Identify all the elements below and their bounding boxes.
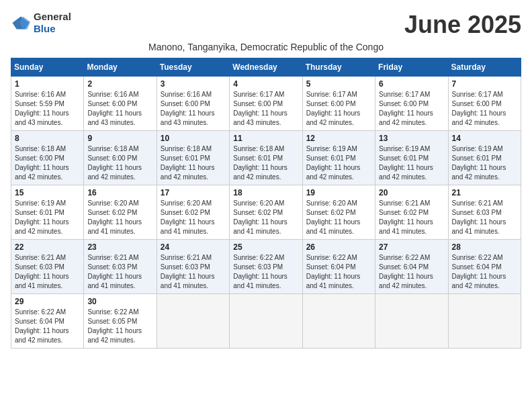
day-number: 23	[87, 242, 152, 252]
calendar-cell: 8Sunrise: 6:18 AMSunset: 6:00 PMDaylight…	[11, 131, 84, 185]
calendar-subtitle: Manono, Tanganyika, Democratic Republic …	[11, 42, 521, 52]
day-number: 16	[87, 188, 152, 197]
weekday-header-wednesday: Wednesday	[230, 58, 302, 77]
day-info: Sunrise: 6:18 AMSunset: 6:01 PMDaylight:…	[233, 144, 298, 182]
day-number: 18	[233, 188, 298, 197]
day-number: 28	[452, 242, 517, 252]
day-info: Sunrise: 6:18 AMSunset: 6:00 PMDaylight:…	[87, 144, 152, 182]
day-info: Sunrise: 6:18 AMSunset: 6:01 PMDaylight:…	[161, 144, 226, 182]
day-info: Sunrise: 6:21 AMSunset: 6:03 PMDaylight:…	[15, 253, 80, 291]
day-info: Sunrise: 6:16 AMSunset: 6:00 PMDaylight:…	[161, 90, 226, 128]
day-number: 3	[161, 79, 226, 89]
day-number: 7	[452, 79, 517, 89]
weekday-header-sunday: Sunday	[11, 58, 84, 77]
calendar-cell: 29Sunrise: 6:22 AMSunset: 6:04 PMDayligh…	[11, 294, 84, 349]
day-number: 29	[15, 297, 80, 306]
calendar-cell	[302, 294, 375, 349]
calendar-cell: 3Sunrise: 6:16 AMSunset: 6:00 PMDaylight…	[157, 77, 229, 131]
calendar-cell: 27Sunrise: 6:22 AMSunset: 6:04 PMDayligh…	[375, 240, 448, 294]
calendar-week-row: 1Sunrise: 6:16 AMSunset: 5:59 PMDaylight…	[11, 77, 521, 131]
calendar-week-row: 8Sunrise: 6:18 AMSunset: 6:00 PMDaylight…	[11, 131, 521, 185]
day-number: 9	[87, 134, 152, 143]
day-info: Sunrise: 6:19 AMSunset: 6:01 PMDaylight:…	[15, 199, 80, 236]
weekday-header-monday: Monday	[84, 58, 157, 77]
day-info: Sunrise: 6:20 AMSunset: 6:02 PMDaylight:…	[306, 199, 371, 236]
calendar-table: SundayMondayTuesdayWednesdayThursdayFrid…	[11, 58, 521, 349]
day-number: 4	[233, 79, 298, 89]
day-info: Sunrise: 6:19 AMSunset: 6:01 PMDaylight:…	[379, 144, 444, 182]
day-info: Sunrise: 6:20 AMSunset: 6:02 PMDaylight:…	[161, 199, 226, 236]
day-number: 24	[161, 242, 226, 252]
calendar-cell: 18Sunrise: 6:20 AMSunset: 6:02 PMDayligh…	[230, 185, 302, 240]
day-number: 11	[233, 134, 298, 143]
day-info: Sunrise: 6:19 AMSunset: 6:01 PMDaylight:…	[306, 144, 371, 182]
calendar-cell: 2Sunrise: 6:16 AMSunset: 6:00 PMDaylight…	[84, 77, 157, 131]
day-number: 10	[161, 134, 226, 143]
logo-general: General	[34, 11, 71, 22]
calendar-cell: 28Sunrise: 6:22 AMSunset: 6:04 PMDayligh…	[448, 240, 521, 294]
calendar-cell	[230, 294, 302, 349]
calendar-cell: 14Sunrise: 6:19 AMSunset: 6:01 PMDayligh…	[448, 131, 521, 185]
calendar-cell: 12Sunrise: 6:19 AMSunset: 6:01 PMDayligh…	[302, 131, 375, 185]
day-info: Sunrise: 6:16 AMSunset: 5:59 PMDaylight:…	[15, 90, 80, 128]
logo-text: General Blue	[34, 11, 71, 35]
calendar-cell: 23Sunrise: 6:21 AMSunset: 6:03 PMDayligh…	[84, 240, 157, 294]
calendar-cell: 10Sunrise: 6:18 AMSunset: 6:01 PMDayligh…	[157, 131, 229, 185]
weekday-header-saturday: Saturday	[448, 58, 521, 77]
calendar-cell: 5Sunrise: 6:17 AMSunset: 6:00 PMDaylight…	[302, 77, 375, 131]
day-info: Sunrise: 6:22 AMSunset: 6:05 PMDaylight:…	[87, 308, 152, 345]
day-number: 8	[15, 134, 80, 143]
day-info: Sunrise: 6:21 AMSunset: 6:03 PMDaylight:…	[87, 253, 152, 291]
calendar-cell: 22Sunrise: 6:21 AMSunset: 6:03 PMDayligh…	[11, 240, 84, 294]
day-info: Sunrise: 6:20 AMSunset: 6:02 PMDaylight:…	[87, 199, 152, 236]
calendar-cell: 21Sunrise: 6:21 AMSunset: 6:03 PMDayligh…	[448, 185, 521, 240]
calendar-cell: 25Sunrise: 6:22 AMSunset: 6:03 PMDayligh…	[230, 240, 302, 294]
calendar-cell: 16Sunrise: 6:20 AMSunset: 6:02 PMDayligh…	[84, 185, 157, 240]
day-info: Sunrise: 6:22 AMSunset: 6:04 PMDaylight:…	[15, 308, 80, 345]
day-number: 30	[87, 297, 152, 306]
weekday-header-tuesday: Tuesday	[157, 58, 229, 77]
day-info: Sunrise: 6:17 AMSunset: 6:00 PMDaylight:…	[379, 90, 444, 128]
calendar-week-row: 29Sunrise: 6:22 AMSunset: 6:04 PMDayligh…	[11, 294, 521, 349]
day-info: Sunrise: 6:21 AMSunset: 6:02 PMDaylight:…	[379, 199, 444, 236]
logo: General Blue	[11, 11, 71, 35]
calendar-cell: 30Sunrise: 6:22 AMSunset: 6:05 PMDayligh…	[84, 294, 157, 349]
calendar-cell: 11Sunrise: 6:18 AMSunset: 6:01 PMDayligh…	[230, 131, 302, 185]
calendar-cell: 4Sunrise: 6:17 AMSunset: 6:00 PMDaylight…	[230, 77, 302, 131]
day-info: Sunrise: 6:22 AMSunset: 6:04 PMDaylight:…	[306, 253, 371, 291]
day-info: Sunrise: 6:18 AMSunset: 6:00 PMDaylight:…	[15, 144, 80, 182]
day-number: 17	[161, 188, 226, 197]
day-number: 22	[15, 242, 80, 252]
day-number: 14	[452, 134, 517, 143]
day-info: Sunrise: 6:21 AMSunset: 6:03 PMDaylight:…	[161, 253, 226, 291]
weekday-header-friday: Friday	[375, 58, 448, 77]
logo-blue: Blue	[34, 23, 56, 34]
day-info: Sunrise: 6:16 AMSunset: 6:00 PMDaylight:…	[87, 90, 152, 128]
day-number: 5	[306, 79, 371, 89]
day-info: Sunrise: 6:17 AMSunset: 6:00 PMDaylight:…	[452, 90, 517, 128]
calendar-cell: 17Sunrise: 6:20 AMSunset: 6:02 PMDayligh…	[157, 185, 229, 240]
day-info: Sunrise: 6:19 AMSunset: 6:01 PMDaylight:…	[452, 144, 517, 182]
calendar-cell: 24Sunrise: 6:21 AMSunset: 6:03 PMDayligh…	[157, 240, 229, 294]
day-number: 25	[233, 242, 298, 252]
calendar-header-row: SundayMondayTuesdayWednesdayThursdayFrid…	[11, 58, 521, 77]
calendar-cell: 7Sunrise: 6:17 AMSunset: 6:00 PMDaylight…	[448, 77, 521, 131]
day-number: 27	[379, 242, 444, 252]
logo-icon	[11, 15, 31, 30]
calendar-cell: 19Sunrise: 6:20 AMSunset: 6:02 PMDayligh…	[302, 185, 375, 240]
calendar-cell	[448, 294, 521, 349]
day-info: Sunrise: 6:17 AMSunset: 6:00 PMDaylight:…	[233, 90, 298, 128]
weekday-header-thursday: Thursday	[302, 58, 375, 77]
header: General Blue June 2025	[11, 11, 521, 39]
day-info: Sunrise: 6:20 AMSunset: 6:02 PMDaylight:…	[233, 199, 298, 236]
day-number: 19	[306, 188, 371, 197]
calendar-cell	[375, 294, 448, 349]
day-info: Sunrise: 6:22 AMSunset: 6:04 PMDaylight:…	[452, 253, 517, 291]
calendar-cell	[157, 294, 229, 349]
calendar-cell: 20Sunrise: 6:21 AMSunset: 6:02 PMDayligh…	[375, 185, 448, 240]
day-number: 2	[87, 79, 152, 89]
calendar-cell: 26Sunrise: 6:22 AMSunset: 6:04 PMDayligh…	[302, 240, 375, 294]
day-number: 20	[379, 188, 444, 197]
day-info: Sunrise: 6:21 AMSunset: 6:03 PMDaylight:…	[452, 199, 517, 236]
calendar-cell: 6Sunrise: 6:17 AMSunset: 6:00 PMDaylight…	[375, 77, 448, 131]
